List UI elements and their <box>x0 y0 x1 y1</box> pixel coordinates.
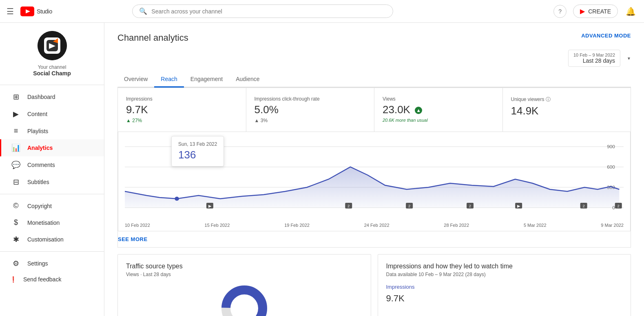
feedback-icon: ❗ <box>10 276 17 283</box>
search-bar[interactable]: 🔍 <box>132 4 393 18</box>
stat-impressions-change: ▲ 27% <box>126 118 238 123</box>
unique-viewers-info-icon: ⓘ <box>546 97 551 102</box>
playlists-icon: ≡ <box>11 127 21 135</box>
tooltip-date: Sun, 13 Feb 2022 <box>178 141 217 147</box>
impressions-watchtime-title: Impressions and how they led to watch ti… <box>386 263 623 270</box>
impressions-value-large: 9.7K <box>386 293 623 304</box>
sidebar-item-subtitles[interactable]: ⊟ Subtitles <box>0 173 104 191</box>
sidebar-item-label: Analytics <box>27 145 53 151</box>
stat-ctr[interactable]: Impressions click-through rate 5.0% ▲ 3% <box>246 88 375 132</box>
search-input[interactable] <box>151 8 386 15</box>
stat-ctr-change: ▲ 3% <box>255 118 366 123</box>
stat-impressions-label: Impressions <box>126 96 238 102</box>
search-icon: 🔍 <box>139 7 147 15</box>
sidebar-item-label: Send feedback <box>23 276 61 283</box>
stats-row: Impressions 9.7K ▲ 27% Impressions click… <box>118 88 631 132</box>
x-label-7: 9 Mar 2022 <box>601 223 624 228</box>
customisation-icon: ✱ <box>11 235 21 244</box>
tooltip-value: 136 <box>178 149 217 161</box>
svg-text:2: 2 <box>469 204 471 208</box>
stats-panel: Impressions 9.7K ▲ 27% Impressions click… <box>117 88 631 248</box>
create-label: CREATE <box>588 8 611 15</box>
x-label-4: 24 Feb 2022 <box>364 223 389 228</box>
sidebar-item-label: Comments <box>27 162 55 168</box>
logo[interactable]: Studio <box>20 7 52 16</box>
svg-text:2: 2 <box>582 204 584 208</box>
sidebar-item-label: Customisation <box>27 236 64 243</box>
svg-text:2: 2 <box>347 204 350 208</box>
studio-label: Studio <box>37 8 52 15</box>
sidebar-item-copyright[interactable]: © Copyright <box>0 198 104 214</box>
stat-ctr-value: 5.0% <box>255 103 366 116</box>
sidebar-item-label: Copyright <box>27 203 52 209</box>
tab-audience[interactable]: Audience <box>229 72 266 88</box>
sidebar-item-settings[interactable]: ⚙ Settings <box>0 255 104 272</box>
page-title: Channel analytics <box>117 33 188 43</box>
sidebar-item-analytics[interactable]: 📊 Analytics <box>0 139 104 156</box>
svg-text:900: 900 <box>607 144 615 149</box>
nav-items: ⊞ Dashboard ▶ Content ≡ Playlists 📊 Anal… <box>0 85 104 290</box>
stat-views-note: 20.6K more than usual <box>383 118 494 123</box>
tab-overview[interactable]: Overview <box>117 72 154 88</box>
sidebar-item-label: Subtitles <box>27 179 49 185</box>
analytics-icon: 📊 <box>11 143 21 152</box>
sidebar-item-label: Content <box>27 111 47 117</box>
stat-unique-viewers[interactable]: Unique viewers ⓘ 14.9K <box>503 88 631 132</box>
traffic-title: Traffic source types <box>126 263 363 270</box>
svg-text:2: 2 <box>617 204 620 208</box>
svg-text:600: 600 <box>607 165 615 169</box>
channel-section: Your channel Social Champ <box>0 23 104 85</box>
sidebar-item-label: Playlists <box>27 128 48 134</box>
svg-text:▶: ▶ <box>208 204 211 208</box>
sidebar-item-label: Settings <box>27 260 48 267</box>
send-feedback-item[interactable]: ❗ Send feedback <box>0 272 104 287</box>
content-icon: ▶ <box>11 110 21 118</box>
bottom-cards: Traffic source types Views · Last 28 day… <box>117 254 631 316</box>
traffic-source-card: Traffic source types Views · Last 28 day… <box>117 254 371 316</box>
impressions-label: Impressions <box>386 284 623 290</box>
stat-unique-label: Unique viewers ⓘ <box>511 96 623 103</box>
chart-tooltip: Sun, 13 Feb 2022 136 <box>171 136 224 167</box>
see-more-button[interactable]: SEE MORE <box>118 231 148 247</box>
stat-impressions[interactable]: Impressions 9.7K ▲ 27% <box>118 88 246 132</box>
sidebar-item-dashboard[interactable]: ⊞ Dashboard <box>0 88 104 105</box>
x-label-6: 5 Mar 2022 <box>524 223 547 228</box>
hamburger-icon[interactable]: ☰ <box>7 7 14 16</box>
settings-icon: ⚙ <box>11 259 21 268</box>
copyright-icon: © <box>11 202 21 210</box>
tabs: Overview Reach Engagement Audience <box>117 72 631 88</box>
sidebar: Your channel Social Champ ⊞ Dashboard ▶ … <box>0 23 104 316</box>
date-range-picker[interactable]: 10 Feb – 9 Mar 2022 Last 28 days <box>568 50 620 67</box>
channel-label: Your channel <box>38 64 66 70</box>
sidebar-item-content[interactable]: ▶ Content <box>0 105 104 123</box>
date-range-main: Last 28 days <box>583 57 615 64</box>
notify-button[interactable]: 🔔 <box>624 5 637 18</box>
stat-views[interactable]: Views 23.0K ▲ 20.6K more than usual <box>374 88 503 132</box>
nav-divider <box>0 194 104 194</box>
chart-x-labels: 10 Feb 2022 15 Feb 2022 19 Feb 2022 24 F… <box>125 221 624 231</box>
svg-point-13 <box>175 197 179 201</box>
sidebar-item-monetisation[interactable]: $ Monetisation <box>0 214 104 231</box>
help-button[interactable]: ? <box>553 5 567 18</box>
sidebar-item-customisation[interactable]: ✱ Customisation <box>0 231 104 248</box>
tab-engagement[interactable]: Engagement <box>184 72 229 88</box>
sidebar-item-comments[interactable]: 💬 Comments <box>0 156 104 173</box>
stat-impressions-value: 9.7K <box>126 103 238 116</box>
svg-text:▶: ▶ <box>517 204 520 208</box>
stat-views-label: Views <box>383 96 494 102</box>
views-badge: ▲ <box>415 107 422 114</box>
sidebar-item-label: Monetisation <box>27 219 60 226</box>
sidebar-item-playlists[interactable]: ≡ Playlists <box>0 123 104 139</box>
x-label-1: 10 Feb 2022 <box>125 223 150 228</box>
stat-unique-value: 14.9K <box>511 105 623 117</box>
create-icon: ▶ <box>580 7 585 15</box>
impressions-watchtime-sub: Data available 10 Feb – 9 Mar 2022 (28 d… <box>386 272 623 277</box>
x-label-5: 28 Feb 2022 <box>444 223 469 228</box>
main-content: Channel analytics ADVANCED MODE 10 Feb –… <box>104 23 644 316</box>
create-button[interactable]: ▶ CREATE <box>573 4 618 18</box>
stat-views-value: 23.0K ▲ <box>383 103 494 116</box>
main-layout: Your channel Social Champ ⊞ Dashboard ▶ … <box>0 23 644 316</box>
monetisation-icon: $ <box>11 218 21 227</box>
advanced-mode-button[interactable]: ADVANCED MODE <box>581 33 631 39</box>
tab-reach[interactable]: Reach <box>154 72 184 88</box>
